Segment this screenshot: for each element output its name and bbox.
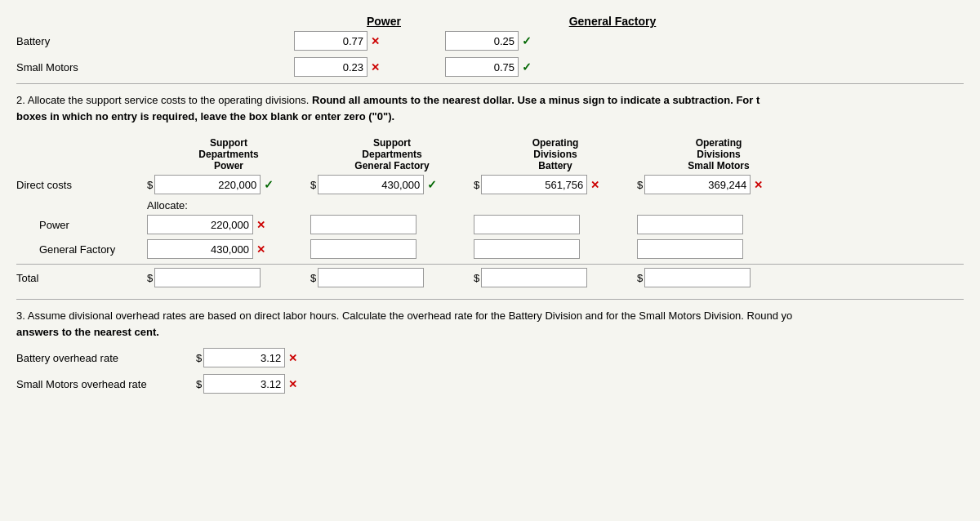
small-motors-general-check-icon: ✓ bbox=[522, 60, 532, 73]
instruction-2-number: 2. bbox=[16, 94, 25, 106]
total-battery-cell: $ bbox=[474, 265, 637, 287]
instruction-2: 2. Allocate the support service costs to… bbox=[16, 83, 964, 124]
allocate-general-row: General Factory 430,000 ✕ bbox=[16, 239, 964, 259]
total-power-dollar: $ bbox=[147, 272, 153, 284]
total-general-cell: $ bbox=[310, 265, 474, 287]
battery-power-input[interactable]: 0.77 bbox=[294, 31, 368, 51]
direct-costs-label: Direct costs bbox=[16, 179, 147, 191]
direct-costs-power-dollar: $ bbox=[147, 179, 153, 191]
allocate-general-power-cell: 430,000 ✕ bbox=[147, 239, 310, 259]
battery-power-x-icon: ✕ bbox=[371, 35, 380, 47]
direct-costs-general-input[interactable]: 430,000 bbox=[318, 175, 424, 194]
small-motors-overhead-x-icon: ✕ bbox=[288, 378, 297, 390]
battery-overhead-input[interactable]: 3.12 bbox=[203, 348, 285, 367]
small-motors-overhead-input[interactable]: 3.12 bbox=[203, 374, 285, 394]
total-small-dollar: $ bbox=[637, 272, 643, 284]
battery-overhead-dollar: $ bbox=[196, 352, 202, 364]
total-general-input[interactable] bbox=[318, 268, 424, 287]
allocate-power-label: Power bbox=[16, 219, 147, 231]
direct-costs-power-input[interactable]: 220,000 bbox=[154, 175, 261, 194]
th-op-battery: Operating Divisions Battery bbox=[474, 137, 637, 171]
allocate-general-general-cell bbox=[310, 239, 474, 259]
battery-general-check-icon: ✓ bbox=[522, 34, 532, 47]
total-small-input[interactable] bbox=[644, 268, 751, 287]
direct-costs-small-cell: $ 369,244 ✕ bbox=[637, 175, 800, 194]
total-small-cell: $ bbox=[637, 265, 800, 287]
direct-costs-small-dollar: $ bbox=[637, 179, 643, 191]
direct-costs-general-dollar: $ bbox=[310, 179, 316, 191]
allocate-general-power-input[interactable]: 430,000 bbox=[147, 239, 253, 259]
total-power-input[interactable] bbox=[154, 268, 261, 287]
allocate-label: Allocate: bbox=[147, 199, 964, 212]
allocate-general-label: General Factory bbox=[16, 243, 147, 256]
instruction-2-text: Allocate the support service costs to th… bbox=[28, 94, 312, 106]
allocate-power-power-x-icon: ✕ bbox=[256, 219, 265, 231]
general-factory-column-header: General Factory bbox=[523, 15, 702, 28]
power-column-header: Power bbox=[294, 15, 474, 28]
instruction-2-text2: boxes in which no entry is required, lea… bbox=[16, 110, 394, 122]
direct-costs-small-input[interactable]: 369,244 bbox=[644, 175, 751, 194]
allocate-general-battery-input[interactable] bbox=[474, 239, 580, 259]
allocate-power-power-cell: 220,000 ✕ bbox=[147, 215, 310, 234]
allocate-general-general-input[interactable] bbox=[310, 239, 416, 259]
allocate-general-power-x-icon: ✕ bbox=[256, 243, 265, 256]
small-motors-overhead-row: Small Motors overhead rate $ 3.12 ✕ bbox=[16, 374, 964, 394]
instruction-2-bold: Round all amounts to the nearest dollar.… bbox=[312, 94, 760, 106]
allocate-general-small-cell bbox=[637, 239, 800, 259]
allocate-power-row: Power 220,000 ✕ bbox=[16, 215, 964, 234]
section-3-instruction: 3. Assume divisional overhead rates are … bbox=[16, 308, 964, 340]
battery-general-input[interactable]: 0.25 bbox=[445, 31, 519, 51]
allocate-general-small-input[interactable] bbox=[637, 239, 743, 259]
direct-costs-small-x-icon: ✕ bbox=[754, 179, 763, 191]
battery-label: Battery bbox=[16, 35, 147, 47]
allocate-power-general-cell bbox=[310, 215, 474, 234]
allocate-power-battery-input[interactable] bbox=[474, 215, 580, 234]
th-support-general: Support Departments General Factory bbox=[310, 137, 474, 171]
small-motors-overhead-dollar: $ bbox=[196, 378, 202, 390]
direct-costs-battery-cell: $ 561,756 ✕ bbox=[474, 175, 637, 194]
small-motors-power-x-icon: ✕ bbox=[371, 61, 380, 73]
small-motors-row: Small Motors 0.23 ✕ 0.75 ✓ bbox=[16, 57, 964, 77]
th-op-small: Operating Divisions Small Motors bbox=[637, 137, 800, 171]
direct-costs-row: Direct costs $ 220,000 ✓ $ 430,000 ✓ $ 5… bbox=[16, 175, 964, 194]
battery-overhead-row: Battery overhead rate $ 3.12 ✕ bbox=[16, 348, 964, 367]
direct-costs-power-check-icon: ✓ bbox=[264, 178, 274, 191]
direct-costs-battery-input[interactable]: 561,756 bbox=[481, 175, 587, 194]
total-row: Total $ $ $ $ bbox=[16, 264, 964, 287]
small-motors-label: Small Motors bbox=[16, 61, 147, 73]
small-motors-power-input[interactable]: 0.23 bbox=[294, 57, 368, 77]
small-motors-overhead-label: Small Motors overhead rate bbox=[16, 378, 196, 390]
direct-costs-battery-x-icon: ✕ bbox=[590, 179, 599, 191]
allocate-power-battery-cell bbox=[474, 215, 637, 234]
direct-costs-general-cell: $ 430,000 ✓ bbox=[310, 175, 474, 194]
direct-costs-power-cell: $ 220,000 ✓ bbox=[147, 175, 310, 194]
direct-costs-battery-dollar: $ bbox=[474, 179, 479, 191]
battery-row: Battery 0.77 ✕ 0.25 ✓ bbox=[16, 31, 964, 51]
direct-costs-general-check-icon: ✓ bbox=[427, 178, 437, 191]
total-power-cell: $ bbox=[147, 265, 310, 287]
allocate-general-battery-cell bbox=[474, 239, 637, 259]
battery-overhead-x-icon: ✕ bbox=[288, 352, 297, 364]
allocate-power-general-input[interactable] bbox=[310, 215, 416, 234]
th-support-power: Support Departments Power bbox=[147, 137, 310, 171]
allocate-power-small-input[interactable] bbox=[637, 215, 743, 234]
total-label: Total bbox=[16, 269, 147, 284]
small-motors-general-input[interactable]: 0.75 bbox=[445, 57, 519, 77]
total-general-dollar: $ bbox=[310, 272, 316, 284]
allocate-power-small-cell bbox=[637, 215, 800, 234]
total-battery-input[interactable] bbox=[481, 268, 587, 287]
total-battery-dollar: $ bbox=[474, 272, 479, 284]
allocate-power-power-input[interactable]: 220,000 bbox=[147, 215, 253, 234]
battery-overhead-label: Battery overhead rate bbox=[16, 352, 196, 364]
section-3: 3. Assume divisional overhead rates are … bbox=[16, 299, 964, 394]
